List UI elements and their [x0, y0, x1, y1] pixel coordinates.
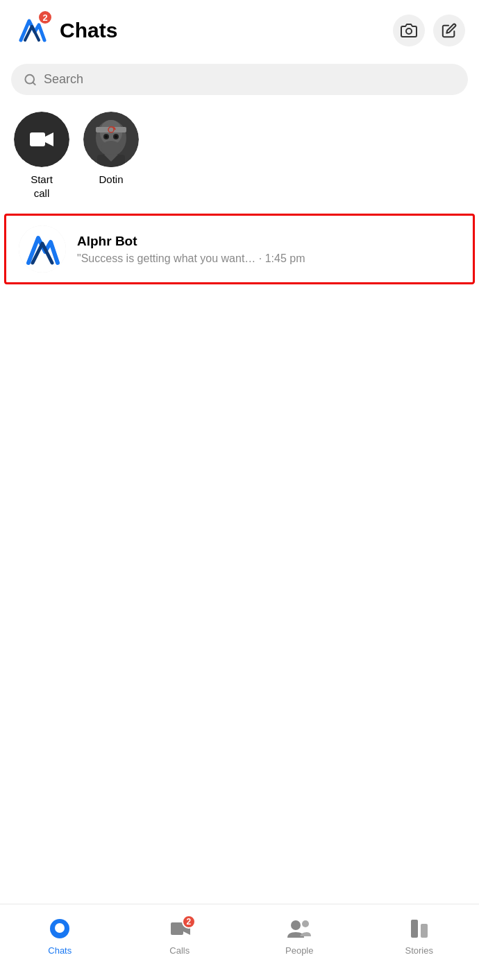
- calls-nav-label: Calls: [169, 945, 190, 956]
- start-call-button: [14, 112, 69, 167]
- svg-point-13: [101, 141, 121, 155]
- svg-point-8: [108, 127, 114, 132]
- edit-icon: [442, 23, 457, 38]
- svg-point-12: [115, 135, 117, 138]
- logo-wrap: 2: [14, 12, 50, 49]
- camera-icon: [401, 22, 417, 39]
- alphr-bot-logo: [19, 225, 66, 273]
- chats-nav-icon: [49, 918, 70, 939]
- chats-nav-label: Chats: [48, 945, 72, 956]
- people-nav-label: People: [285, 945, 313, 956]
- nav-item-calls[interactable]: 2 Calls: [120, 918, 240, 956]
- chats-nav-icon-wrap: [49, 918, 70, 942]
- header: 2 Chats: [0, 0, 479, 58]
- page-title: Chats: [60, 19, 393, 42]
- dotin-label: Dotin: [99, 173, 123, 187]
- svg-rect-3: [30, 132, 45, 146]
- search-bar[interactable]: [11, 64, 468, 95]
- start-call-avatar: [14, 112, 69, 167]
- calls-nav-icon-wrap: 2: [169, 918, 190, 942]
- bottom-nav: Chats 2 Calls People: [0, 904, 479, 980]
- dotin-avatar: [83, 112, 139, 167]
- svg-point-11: [105, 135, 108, 138]
- search-icon: [24, 73, 37, 87]
- nav-item-chats[interactable]: Chats: [0, 918, 120, 956]
- alphr-bot-info: Alphr Bot "Success is getting what you w…: [77, 234, 460, 265]
- stories-nav-icon-wrap: [410, 918, 429, 942]
- header-actions: [393, 15, 465, 46]
- start-call-label: Startcall: [31, 173, 53, 200]
- stories-nav-icon: [410, 918, 429, 939]
- svg-point-1: [406, 28, 412, 34]
- people-nav-icon-wrap: [287, 918, 311, 942]
- alphr-bot-name: Alphr Bot: [77, 234, 460, 249]
- svg-point-20: [302, 920, 309, 927]
- nav-item-stories[interactable]: Stories: [360, 918, 480, 956]
- stories-row: Startcall: [0, 106, 479, 214]
- svg-point-17: [55, 923, 65, 933]
- svg-point-19: [291, 920, 301, 930]
- svg-rect-21: [411, 920, 418, 938]
- start-call-item[interactable]: Startcall: [14, 112, 69, 200]
- chat-item-alphr-bot[interactable]: Alphr Bot "Success is getting what you w…: [4, 214, 475, 284]
- camera-button[interactable]: [393, 15, 425, 46]
- svg-rect-18: [171, 922, 183, 935]
- dotin-avatar-img: [83, 112, 139, 167]
- alphr-bot-avatar: [19, 225, 66, 273]
- notification-badge: 2: [37, 10, 53, 25]
- stories-nav-label: Stories: [405, 945, 433, 956]
- svg-rect-22: [421, 924, 428, 938]
- dotin-story[interactable]: Dotin: [83, 112, 139, 187]
- nav-item-people[interactable]: People: [239, 918, 360, 956]
- people-nav-icon: [287, 918, 311, 939]
- compose-button[interactable]: [433, 15, 465, 46]
- alphr-bot-preview: "Success is getting what you want… · 1:4…: [77, 252, 460, 265]
- chat-list: Alphr Bot "Success is getting what you w…: [0, 214, 479, 284]
- video-call-icon: [29, 130, 54, 149]
- calls-badge: 2: [182, 915, 196, 929]
- search-input[interactable]: [44, 72, 455, 87]
